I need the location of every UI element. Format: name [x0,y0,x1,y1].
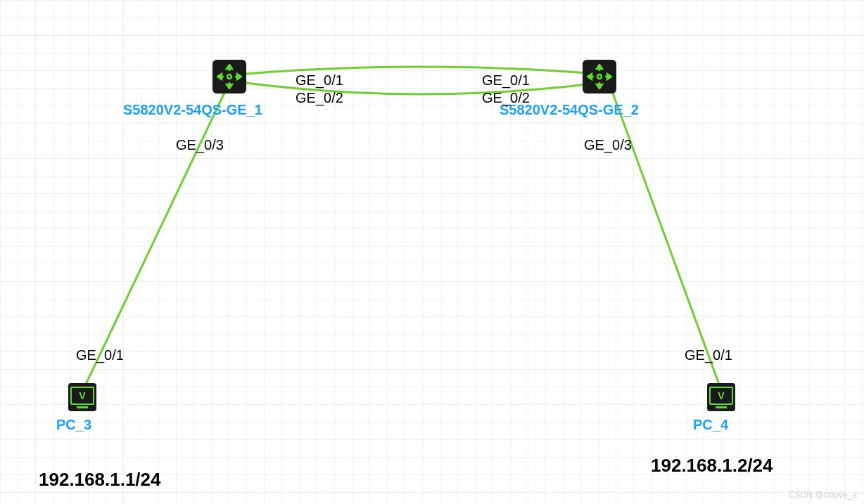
pc-4-label: PC_4 [693,417,728,433]
pc4-ip: 192.168.1.2/24 [651,455,773,477]
monitor-v-icon: V [709,387,733,405]
monitor-v-icon: V [70,387,94,405]
port-label-sw2-ge01: GE_0/1 [482,72,530,89]
port-label-sw1-ge02: GE_0/2 [296,90,343,106]
svg-marker-10 [597,65,602,69]
port-label-pc3-ge01: GE_0/1 [76,347,124,363]
pc-icon: V [68,383,96,411]
switch-1-label: S5820V2-54QS-GE_1 [123,102,262,118]
link-sw1-pc3 [83,91,225,390]
svg-point-8 [227,75,231,79]
port-label-sw2-ge03: GE_0/3 [584,137,632,153]
device-switch-2[interactable] [583,60,616,93]
svg-marker-12 [597,84,602,89]
link-layer [0,0,864,504]
switch-icon [212,60,246,93]
device-switch-1[interactable] [212,60,246,93]
port-label-sw1-ge01: GE_0/1 [296,72,343,89]
svg-marker-14 [587,74,592,79]
svg-point-17 [597,75,602,79]
pc-icon: V [707,383,735,411]
device-pc-3[interactable]: V [68,383,96,411]
port-label-pc4-ge01: GE_0/1 [685,347,732,363]
link-sw2-pc4 [612,91,721,390]
arrows-cross-icon [587,64,612,89]
port-label-sw1-ge03: GE_0/3 [176,137,224,153]
svg-marker-16 [607,74,611,79]
svg-marker-3 [227,84,232,89]
svg-marker-7 [237,74,241,79]
svg-marker-5 [217,74,222,79]
switch-icon [583,60,616,93]
watermark: CSDN @cclove_a [789,490,857,500]
topology-canvas[interactable]: S5820V2-54QS-GE_1 S5820V2-54QS-GE_2 V PC… [0,0,864,504]
pc-3-label: PC_3 [56,417,91,433]
arrows-cross-icon [217,64,242,89]
device-pc-4[interactable]: V [707,383,735,411]
port-label-sw2-ge02: GE_0/2 [482,90,530,106]
svg-marker-1 [227,65,232,69]
pc3-ip: 192.168.1.1/24 [39,469,161,491]
